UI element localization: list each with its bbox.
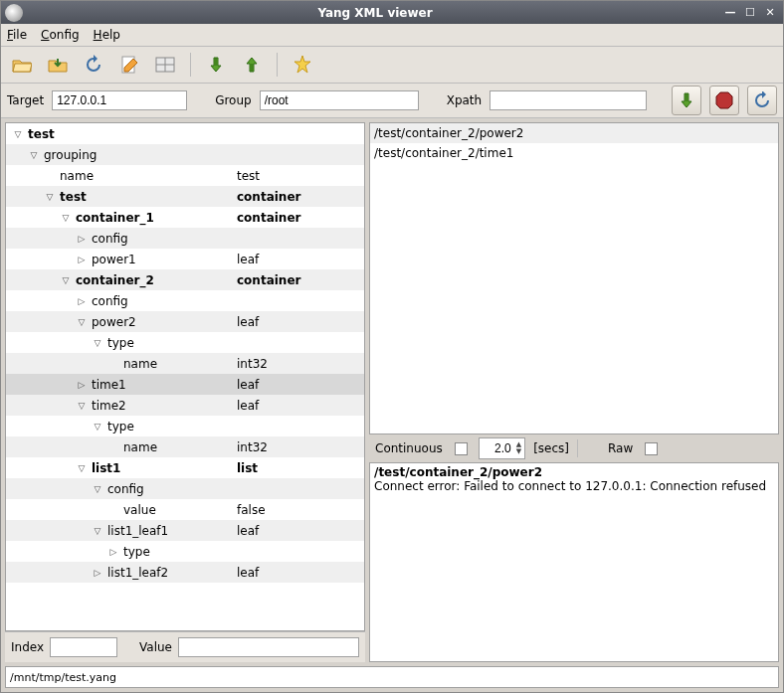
tree-node-value: test: [237, 169, 260, 183]
log-panel[interactable]: /test/container_2/power2 Connect error: …: [369, 462, 779, 662]
tree-row[interactable]: ▽power2leaf: [6, 311, 364, 332]
index-label: Index: [11, 640, 44, 654]
tree-view[interactable]: ▽test▽groupingnametest▽testcontainer▽con…: [5, 122, 365, 631]
tree-row[interactable]: ▷config: [6, 228, 364, 249]
menu-help[interactable]: Help: [94, 28, 120, 42]
tree-node-name: type: [123, 545, 150, 559]
tree-node-name: test: [28, 127, 55, 141]
tree-row[interactable]: ▽type: [6, 332, 364, 353]
edit-button[interactable]: [114, 50, 144, 80]
tree-node-name: container_2: [76, 273, 154, 287]
tree-node-value: leaf: [237, 566, 259, 580]
interval-unit: [secs]: [533, 441, 569, 455]
disclosure-icon[interactable]: ▷: [76, 295, 88, 307]
tree-node-name: grouping: [44, 148, 97, 162]
refresh-icon: [84, 55, 103, 75]
disclosure-icon[interactable]: ▽: [28, 149, 40, 161]
tree-row[interactable]: ▷type: [6, 541, 364, 562]
menu-config[interactable]: Config: [41, 28, 80, 42]
titlebar: Yang XML viewer — ☐ ✕: [1, 1, 783, 24]
params-bar: Target Group Xpath: [1, 84, 783, 118]
disclosure-icon[interactable]: ▽: [44, 191, 56, 203]
arrow-down-button[interactable]: [201, 50, 231, 80]
disclosure-icon[interactable]: ▽: [60, 274, 72, 286]
run-button[interactable]: [672, 86, 701, 115]
tree-row[interactable]: ▽time2leaf: [6, 395, 364, 416]
xpath-list[interactable]: /test/container_2/power2/test/container_…: [369, 122, 779, 434]
disclosure-icon[interactable]: ▷: [76, 254, 88, 265]
tree-row[interactable]: ▷time1leaf: [6, 374, 364, 395]
menu-file[interactable]: File: [7, 28, 27, 42]
tree-node-name: name: [123, 357, 157, 371]
tree-row[interactable]: ▷list1_leaf2leaf: [6, 562, 364, 583]
xpath-row[interactable]: /test/container_2/time1: [370, 143, 778, 163]
toolbar: [1, 47, 783, 84]
open-file-button[interactable]: [7, 50, 37, 80]
group-input[interactable]: [260, 90, 419, 110]
minimize-button[interactable]: —: [723, 6, 737, 20]
disclosure-icon[interactable]: ▷: [76, 379, 88, 391]
disclosure-icon[interactable]: ▽: [76, 400, 88, 412]
tree-node-name: list1_leaf2: [107, 566, 168, 580]
tree-node-value: container: [237, 190, 300, 204]
arrow-up-button[interactable]: [237, 50, 267, 80]
continuous-checkbox[interactable]: [455, 442, 468, 455]
continuous-bar: Continuous ▲▼ [secs] Raw: [369, 434, 779, 462]
tree-row[interactable]: ▷power1leaf: [6, 249, 364, 269]
save-button[interactable]: [43, 50, 73, 80]
disclosure-icon[interactable]: ▷: [107, 546, 119, 558]
xpath-row[interactable]: /test/container_2/power2: [370, 123, 778, 143]
disclosure-icon[interactable]: ▷: [92, 567, 103, 579]
tree-node-value: leaf: [237, 315, 259, 329]
disclosure-icon[interactable]: ▽: [76, 462, 88, 474]
xpath-input[interactable]: [490, 90, 647, 110]
tree-row[interactable]: nameint32: [6, 436, 364, 457]
disclosure-icon[interactable]: ▽: [92, 525, 103, 537]
raw-checkbox[interactable]: [645, 442, 658, 455]
tree-row[interactable]: ▽list1list: [6, 457, 364, 478]
disclosure-icon[interactable]: ▷: [76, 233, 88, 245]
disclosure-icon[interactable]: ▽: [12, 128, 24, 140]
interval-input[interactable]: [480, 441, 513, 455]
spinner-arrows-icon[interactable]: ▲▼: [513, 441, 524, 455]
stop-button[interactable]: [709, 86, 739, 115]
tree-row[interactable]: ▷config: [6, 290, 364, 311]
tree-row[interactable]: ▽test: [6, 123, 364, 144]
tree-row[interactable]: valuefalse: [6, 499, 364, 520]
value-input[interactable]: [178, 637, 359, 657]
star-button[interactable]: [288, 50, 317, 80]
tree-node-name: container_1: [76, 211, 154, 225]
tree-row[interactable]: nametest: [6, 165, 364, 186]
status-bar: /mnt/tmp/test.yang: [5, 666, 779, 688]
close-button[interactable]: ✕: [763, 6, 777, 20]
target-input[interactable]: [52, 90, 187, 110]
view-button[interactable]: [150, 50, 180, 80]
tree-row[interactable]: nameint32: [6, 353, 364, 374]
tree-node-value: list: [237, 461, 258, 475]
tree-row[interactable]: ▽container_2container: [6, 269, 364, 290]
maximize-button[interactable]: ☐: [743, 6, 757, 20]
app-icon: [5, 4, 23, 22]
disclosure-icon[interactable]: ▽: [92, 337, 103, 349]
tree-row[interactable]: ▽config: [6, 478, 364, 499]
index-input[interactable]: [50, 637, 117, 657]
tree-row[interactable]: ▽grouping: [6, 144, 364, 165]
tree-row[interactable]: ▽list1_leaf1leaf: [6, 520, 364, 541]
tree-row[interactable]: ▽testcontainer: [6, 186, 364, 207]
disclosure-icon[interactable]: ▽: [92, 421, 103, 433]
interval-spinner[interactable]: ▲▼: [479, 437, 525, 459]
arrow-up-icon: [243, 56, 261, 74]
disclosure-icon[interactable]: ▽: [76, 316, 88, 328]
tree-node-value: container: [237, 211, 300, 225]
edit-icon: [119, 55, 139, 75]
tree-node-name: power2: [92, 315, 136, 329]
toolbar-sep: [277, 53, 278, 77]
reload-button[interactable]: [79, 50, 108, 80]
value-label: Value: [139, 640, 172, 654]
disclosure-icon[interactable]: ▽: [60, 212, 72, 224]
tree-row[interactable]: ▽type: [6, 416, 364, 436]
refresh-button[interactable]: [747, 86, 777, 115]
disclosure-icon[interactable]: ▽: [92, 483, 103, 495]
tree-node-name: time1: [92, 378, 126, 392]
tree-row[interactable]: ▽container_1container: [6, 207, 364, 228]
